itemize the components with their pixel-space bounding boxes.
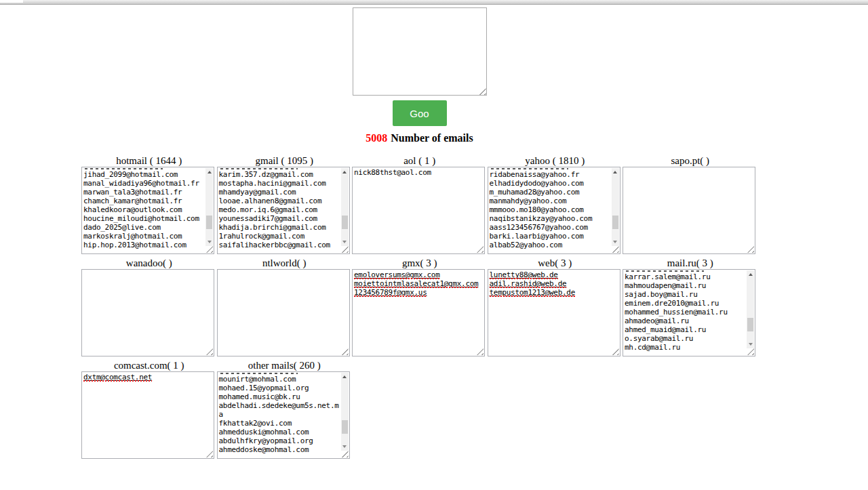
email-group-title: mail.ru( 3 ) (623, 258, 758, 268)
email-list-box[interactable]: lunetty88@web.deadil.rashid@web.detempus… (488, 269, 620, 356)
vertical-scrollbar[interactable] (747, 270, 754, 348)
email-list-box[interactable]: dxtm@comcast.net (81, 371, 214, 459)
email-group: ntlworld( ) (217, 258, 353, 356)
email-list-box[interactable]: ridabenaissa@yahoo.frelhadidydodo@yahoo.… (488, 167, 620, 254)
scrollbar-thumb[interactable] (747, 318, 753, 331)
email-list-box[interactable]: mounirt@mohmal.commohaed.15@yopmail.orgm… (217, 371, 350, 459)
email-entry: mohamed.music@bk.ru (219, 392, 340, 401)
email-group: other mails( 260 ) mounirt@mohmal.commoh… (217, 360, 353, 459)
resize-grip[interactable] (206, 451, 213, 457)
email-group: aol ( 1 ) nick88thst@aol.com (352, 155, 488, 254)
email-count-line: 5008Number of emails (0, 132, 839, 144)
email-entry: barki.laarbi@yahoo.com (490, 232, 611, 241)
email-group: hotmail ( 1644 ) jihad_2099@hotmail.comm… (81, 155, 217, 254)
email-entry: manal_widadiya96@hotmail.fr (83, 179, 205, 188)
email-entry: 1rahulrock@gmail.com (219, 232, 340, 241)
email-group: mail.ru( 3 ) karrar.salem@mail.rumahmoud… (623, 258, 758, 356)
vertical-scrollbar[interactable] (341, 373, 349, 451)
email-list-box[interactable]: karim.357.dz@gmail.commostapha.hacini@gm… (217, 167, 350, 254)
resize-grip[interactable] (342, 348, 349, 355)
arrow-up-icon (613, 171, 617, 173)
email-list: jihad_2099@hotmail.commanal_widadiya96@h… (82, 167, 214, 249)
scrollbar-thumb[interactable] (342, 420, 348, 434)
scroll-up-button[interactable] (205, 168, 213, 176)
resize-grip[interactable] (477, 348, 484, 355)
resize-grip[interactable] (206, 348, 213, 355)
email-list: karim.357.dz@gmail.commostapha.hacini@gm… (218, 167, 349, 249)
arrow-up-icon (342, 375, 347, 378)
clipped-scrolled-line (626, 270, 704, 272)
email-entry: abdulhfkry@yopmail.org (219, 436, 340, 445)
email-entry: emoloversums@gmx.com (354, 270, 484, 279)
email-list-box[interactable] (81, 269, 214, 356)
email-entry: houcine_miloudi@hotmail.com (83, 214, 205, 223)
email-entry: saifalihackerbbc@gmail.com (219, 241, 340, 249)
email-entry: medo.mor.iq.6@gmail.com (219, 205, 340, 214)
scroll-down-button[interactable] (747, 340, 754, 348)
email-group: gmail ( 1095 ) karim.357.dz@gmail.commos… (217, 155, 353, 254)
email-entry: fkhattak2@ovi.com (219, 419, 340, 428)
clipped-scrolled-line (491, 168, 569, 169)
scroll-up-button[interactable] (341, 373, 349, 381)
email-entry: hip.hop.2013@hotmail.com (83, 241, 205, 249)
email-list: mounirt@mohmal.commohaed.15@yopmail.orgm… (218, 372, 349, 454)
email-input[interactable] (353, 7, 487, 96)
email-entry: marwan_tala3@hotmail.fr (83, 188, 205, 197)
clipped-scrolled-line (85, 168, 163, 169)
goo-button[interactable]: Goo (393, 100, 447, 126)
email-list-box[interactable] (217, 269, 350, 356)
email-list-box[interactable]: jihad_2099@hotmail.commanal_widadiya96@h… (81, 167, 214, 254)
clipped-scrolled-line (220, 373, 298, 374)
email-entry: chamch_kamar@hotmail.fr (83, 197, 205, 205)
scroll-down-button[interactable] (205, 238, 213, 246)
email-group-title: other mails( 260 ) (217, 360, 353, 371)
scroll-down-button[interactable] (341, 443, 349, 451)
resize-grip[interactable] (747, 246, 754, 253)
vertical-scrollbar[interactable] (341, 168, 349, 246)
email-entry: jihad_2099@hotmail.com (83, 170, 205, 179)
vertical-scrollbar[interactable] (205, 168, 213, 246)
email-group: wanadoo( ) (81, 258, 217, 356)
email-entry: dado_2025@live.com (83, 223, 205, 232)
email-entry: aass123456767@yahoo.com (490, 223, 611, 232)
email-entry: lunetty88@web.de (490, 270, 620, 279)
email-list-box[interactable]: nick88thst@aol.com (352, 167, 485, 254)
arrow-down-icon (749, 343, 753, 346)
email-group: web( 3 ) lunetty88@web.deadil.rashid@web… (488, 258, 623, 356)
resize-grip[interactable] (612, 348, 619, 355)
email-list (82, 270, 214, 270)
email-entry: m_muhamad28@yahoo.com (490, 188, 611, 197)
scroll-down-button[interactable] (341, 238, 349, 246)
scrollbar-thumb[interactable] (206, 216, 212, 229)
email-entry: adil.rashid@web.de (490, 279, 620, 288)
email-list: dxtm@comcast.net (82, 372, 214, 382)
scrollbar-thumb[interactable] (342, 216, 348, 229)
email-entry: o.syarab@mail.ru (625, 334, 746, 343)
scrollbar-thumb[interactable] (612, 216, 618, 229)
email-group-title: sapo.pt( ) (623, 155, 758, 166)
email-list: emoloversums@gmx.commoiettointmlasalecat… (353, 270, 484, 297)
email-entry: ridabenaissa@yahoo.fr (490, 170, 611, 179)
email-entry: dxtm@comcast.net (83, 373, 214, 382)
email-list: karrar.salem@mail.rumahmoudapen@mail.rus… (623, 270, 755, 352)
email-list-box[interactable]: emoloversums@gmx.commoiettointmlasalecat… (352, 269, 485, 356)
scroll-up-button[interactable] (747, 270, 754, 279)
email-group: yahoo ( 1810 ) ridabenaissa@yahoo.frelha… (488, 155, 623, 254)
scroll-down-button[interactable] (612, 238, 619, 246)
scroll-up-button[interactable] (341, 168, 349, 176)
top-section: Goo 5008Number of emails (0, 0, 839, 144)
email-entry: ahmedduski@mohmal.com (219, 428, 340, 436)
vertical-scrollbar[interactable] (612, 168, 619, 246)
email-entry: khadija.brirchi@gmail.com (219, 223, 340, 232)
scroll-up-button[interactable] (612, 168, 619, 176)
email-count-label: Number of emails (391, 132, 473, 144)
email-list-box[interactable]: karrar.salem@mail.rumahmoudapen@mail.rus… (623, 269, 755, 356)
email-entry: tempustom1213@web.de (490, 288, 620, 297)
email-entry: elhadidydodo@yahoo.com (490, 179, 611, 188)
email-list-box[interactable] (623, 167, 755, 254)
resize-grip[interactable] (477, 246, 484, 253)
email-group: sapo.pt( ) (623, 155, 758, 254)
email-entry: mmmooo.mo180@yahoo.com (490, 205, 611, 214)
email-entry: abdelhadi.sdedeke@um5s.net.ma (219, 401, 340, 419)
email-list (623, 167, 755, 168)
